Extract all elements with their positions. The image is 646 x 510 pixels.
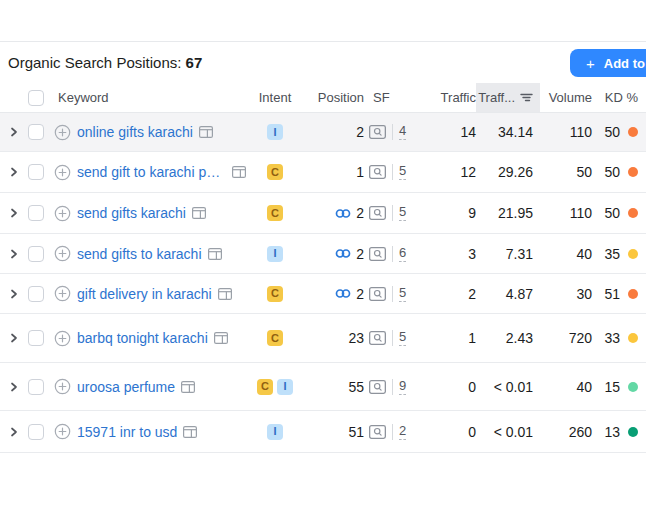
chevron-right-icon[interactable]: [8, 207, 20, 219]
serp-features-icon[interactable]: [192, 207, 206, 219]
row-checkbox[interactable]: [28, 286, 44, 302]
chevron-right-icon[interactable]: [8, 426, 20, 438]
sf-divider: [392, 379, 393, 395]
traffic-cost-cell: 34.14: [476, 124, 540, 140]
add-to-keywords-button[interactable]: + Add to ke: [570, 49, 646, 77]
traffic-cell: 12: [412, 164, 476, 180]
kd-cell: 50: [592, 164, 646, 180]
add-keyword-icon[interactable]: [54, 124, 71, 141]
chevron-right-icon[interactable]: [8, 332, 20, 344]
row-checkbox[interactable]: [28, 246, 44, 262]
sf-count-link[interactable]: 9: [399, 379, 406, 395]
sf-count-link[interactable]: 5: [399, 330, 406, 346]
keyword-link[interactable]: gift delivery in karachi: [77, 286, 212, 302]
results-count: 67: [186, 54, 203, 71]
sf-count-link[interactable]: 5: [399, 205, 406, 221]
column-header-kd[interactable]: KD %: [592, 83, 646, 112]
sf-divider: [392, 246, 393, 262]
kd-difficulty-dot: [628, 289, 638, 299]
keyword-link[interactable]: send gift to karachi pakistan: [77, 164, 226, 180]
keyword-link[interactable]: send gifts to karachi: [77, 246, 202, 262]
sf-divider: [392, 164, 393, 180]
keyword-cell: barbq tonight karachi: [54, 330, 246, 347]
serp-preview-icon[interactable]: [369, 206, 386, 220]
column-header-intent[interactable]: Intent: [246, 83, 304, 112]
chevron-right-icon[interactable]: [8, 126, 20, 138]
keyword-link[interactable]: send gifts karachi: [77, 205, 186, 221]
serp-features-icon[interactable]: [199, 126, 213, 138]
intent-cell: C: [246, 205, 304, 221]
add-keyword-icon[interactable]: [54, 164, 71, 181]
row-checkbox[interactable]: [28, 164, 44, 180]
position-cell: 2: [304, 124, 364, 140]
traffic-cost-value: 21.95: [498, 205, 533, 221]
serp-preview-icon[interactable]: [369, 125, 386, 139]
row-checkbox[interactable]: [28, 205, 44, 221]
keyword-link[interactable]: uroosa perfume: [77, 379, 175, 395]
intent-badge-c[interactable]: C: [257, 379, 273, 395]
position-cell: 2: [304, 286, 364, 302]
keyword-link[interactable]: online gifts karachi: [77, 124, 193, 140]
add-keyword-icon[interactable]: [54, 378, 71, 395]
sf-count-link[interactable]: 2: [399, 424, 406, 440]
add-keyword-icon[interactable]: [54, 423, 71, 440]
column-header-position[interactable]: Position: [304, 83, 364, 112]
sf-count-link[interactable]: 4: [399, 124, 406, 140]
column-header-traffic-cost-sorted[interactable]: Traff...: [476, 83, 540, 112]
column-header-volume[interactable]: Volume: [540, 83, 592, 112]
serp-features-icon[interactable]: [218, 288, 232, 300]
column-header-traffic[interactable]: Traffic: [412, 83, 476, 112]
intent-badge-c[interactable]: C: [267, 164, 283, 180]
intent-badge-c[interactable]: C: [267, 330, 283, 346]
serp-preview-icon[interactable]: [369, 380, 386, 394]
chevron-right-icon[interactable]: [8, 248, 20, 260]
serp-features-icon[interactable]: [232, 166, 246, 178]
add-keyword-icon[interactable]: [54, 205, 71, 222]
intent-badge-i[interactable]: I: [267, 246, 283, 262]
column-header-keyword[interactable]: Keyword: [54, 83, 246, 112]
intent-badge-c[interactable]: C: [267, 205, 283, 221]
traffic-cost-value: < 0.01: [494, 379, 533, 395]
sf-divider: [392, 424, 393, 440]
row-checkbox[interactable]: [28, 424, 44, 440]
row-checkbox[interactable]: [28, 379, 44, 395]
serp-preview-icon[interactable]: [369, 287, 386, 301]
serp-features-icon[interactable]: [208, 248, 222, 260]
serp-features-icon[interactable]: [214, 332, 228, 344]
keyword-link[interactable]: barbq tonight karachi: [77, 330, 208, 346]
column-header-sf[interactable]: SF: [364, 83, 412, 112]
serp-preview-icon[interactable]: [369, 247, 386, 261]
intent-badge-i[interactable]: I: [267, 424, 283, 440]
add-keyword-icon[interactable]: [54, 245, 71, 262]
position-value: 2: [356, 124, 364, 140]
traffic-cell: 14: [412, 124, 476, 140]
traffic-value: 0: [468, 424, 476, 440]
chevron-right-icon[interactable]: [8, 381, 20, 393]
chevron-right-icon[interactable]: [8, 166, 20, 178]
serp-preview-icon[interactable]: [369, 425, 386, 439]
sf-count-link[interactable]: 5: [399, 286, 406, 302]
intent-badge-i[interactable]: I: [267, 124, 283, 140]
sf-count-link[interactable]: 5: [399, 164, 406, 180]
intent-badge-i[interactable]: I: [277, 379, 293, 395]
sf-cell: 6: [364, 246, 412, 262]
position-cell: 1: [304, 164, 364, 180]
serp-features-icon[interactable]: [181, 381, 195, 393]
serp-preview-icon[interactable]: [369, 165, 386, 179]
row-checkbox[interactable]: [28, 124, 44, 140]
intent-badge-c[interactable]: C: [267, 286, 283, 302]
chevron-right-icon[interactable]: [8, 288, 20, 300]
select-all-checkbox[interactable]: [28, 90, 44, 106]
add-keyword-icon[interactable]: [54, 285, 71, 302]
add-keyword-icon[interactable]: [54, 330, 71, 347]
volume-value: 40: [576, 379, 592, 395]
keyword-link[interactable]: 15971 inr to usd: [77, 424, 177, 440]
keyword-cell: gift delivery in karachi: [54, 285, 246, 302]
row-checkbox[interactable]: [28, 330, 44, 346]
traffic-cell: 2: [412, 286, 476, 302]
serp-features-icon[interactable]: [183, 426, 197, 438]
traffic-cost-value: 29.26: [498, 164, 533, 180]
sf-count-link[interactable]: 6: [399, 246, 406, 262]
volume-cell: 40: [540, 379, 592, 395]
serp-preview-icon[interactable]: [369, 331, 386, 345]
